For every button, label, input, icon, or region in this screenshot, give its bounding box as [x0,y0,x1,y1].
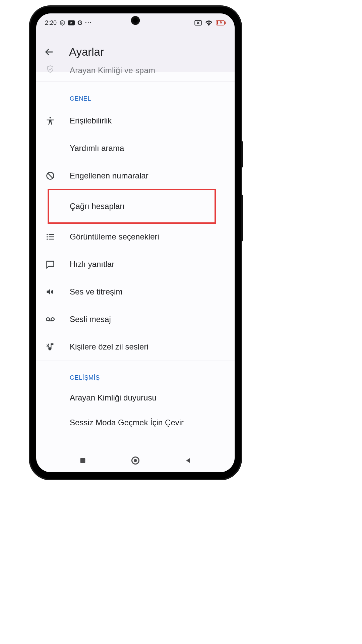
settings-row-call-accounts[interactable]: Çağrı hesapları [36,190,235,223]
settings-label: Erişilebilirlik [70,116,112,125]
svg-marker-26 [186,458,190,463]
svg-point-14 [47,234,48,235]
section-header-advanced: GELİŞMİŞ [36,361,235,386]
nav-recents-button[interactable] [77,454,89,467]
settings-label: Arayan Kimliği duyurusu [70,393,157,402]
list-icon [46,232,55,241]
settings-content: Arayan Kimliği ve spam GENEL Erişilebili… [36,72,235,436]
shield-check-icon [46,65,54,73]
settings-label: Sesli mesaj [70,315,111,324]
settings-label: Kişilere özel zil sesleri [70,342,148,352]
settings-label: Sessiz Moda Geçmek İçin Çevir [70,418,184,427]
settings-label-cutoff: Arayan Kimliği ve spam [70,66,155,75]
mi-badge-icon: m [59,20,65,26]
svg-point-16 [47,238,48,240]
settings-row-callerid-announce[interactable]: Arayan Kimliği duyurusu [36,386,235,410]
settings-row-cutoff[interactable]: Arayan Kimliği ve spam [36,72,235,82]
svg-rect-18 [49,236,54,237]
settings-label: Yardımlı arama [70,144,124,153]
volume-icon [46,287,55,297]
svg-point-11 [50,117,51,118]
svg-point-20 [46,318,49,321]
svg-text:m: m [61,21,63,24]
block-icon [46,171,55,180]
ringtone-icon [46,342,55,352]
nav-home-button[interactable] [129,454,141,467]
svg-rect-8 [225,21,226,24]
settings-row-blocked-numbers[interactable]: Engellenen numaralar [36,162,235,190]
svg-rect-23 [80,458,85,463]
settings-row-assisted-dialing[interactable]: Yardımlı arama [36,135,235,162]
phone-side-button [241,141,243,168]
battery-low-icon: 6 [216,20,226,25]
chat-icon [46,260,55,269]
arrow-back-icon [44,47,54,57]
nav-back-button[interactable] [182,454,194,467]
settings-label: Çağrı hesapları [70,202,125,211]
accessibility-icon [46,116,55,125]
status-time: 2:20 [45,19,57,26]
youtube-icon [68,20,75,25]
phone-screen: 2:20 m G ··· 6 Ayarl [36,13,235,472]
settings-row-accessibility[interactable]: Erişilebilirlik [36,107,235,135]
settings-row-voicemail[interactable]: Sesli mesaj [36,306,235,333]
settings-row-sound-vibration[interactable]: Ses ve titreşim [36,278,235,306]
settings-label: Görüntüleme seçenekleri [70,232,159,241]
settings-row-display-options[interactable]: Görüntüleme seçenekleri [36,223,235,251]
svg-rect-19 [49,239,54,239]
svg-rect-9 [217,21,218,24]
x-card-icon [194,20,202,25]
settings-row-flip-to-silence[interactable]: Sessiz Moda Geçmek İçin Çevir [36,410,235,436]
camera-notch [131,16,140,25]
svg-point-25 [134,459,137,462]
back-button[interactable] [41,44,57,60]
system-nav-bar [36,449,235,472]
more-notifications-icon: ··· [85,19,92,26]
settings-label: Ses ve titreşim [70,287,122,297]
page-title: Ayarlar [69,46,104,58]
settings-label: Hızlı yanıtlar [70,260,114,269]
circle-icon [131,456,140,465]
settings-row-contact-ringtones[interactable]: Kişilere özel zil sesleri [36,333,235,361]
settings-label: Engellenen numaralar [70,171,148,180]
google-g-icon: G [77,19,82,26]
voicemail-icon [46,315,55,324]
phone-side-button [241,195,243,241]
triangle-back-icon [184,457,192,464]
svg-rect-17 [49,234,54,235]
section-header-general: GENEL [36,82,235,107]
svg-point-15 [47,236,48,237]
svg-point-21 [51,318,54,321]
square-icon [79,457,86,464]
settings-row-quick-responses[interactable]: Hızlı yanıtlar [36,251,235,278]
wifi-icon [205,20,213,26]
battery-text: 6 [220,20,222,24]
svg-line-13 [48,173,53,178]
